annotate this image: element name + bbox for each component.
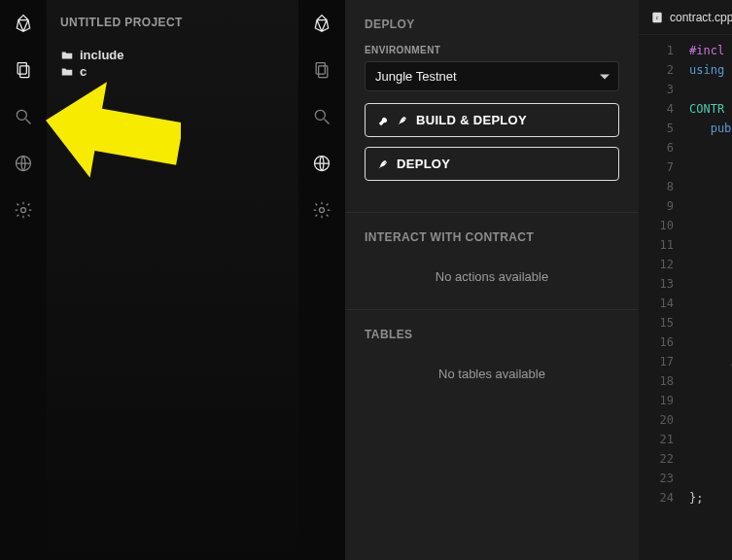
wrench-icon <box>377 114 391 127</box>
environment-select[interactable]: Jungle Testnet <box>365 61 619 91</box>
svg-point-9 <box>315 110 325 120</box>
build-deploy-label: BUILD & DEPLOY <box>416 113 527 127</box>
svg-point-5 <box>21 208 26 213</box>
search-icon[interactable] <box>0 93 47 140</box>
editor-tab-bar: c contract.cpp <box>639 0 732 35</box>
cpp-file-icon: c <box>650 11 664 24</box>
svg-rect-7 <box>316 63 325 75</box>
interact-empty-message: No actions available <box>365 258 619 288</box>
file-name: include <box>80 48 124 62</box>
svg-line-3 <box>26 120 31 124</box>
folder-icon <box>60 49 74 62</box>
gear-icon[interactable] <box>0 187 47 233</box>
build-deploy-button[interactable]: BUILD & DEPLOY <box>365 103 619 137</box>
folder-icon <box>60 65 74 79</box>
file-row[interactable]: c <box>60 63 285 80</box>
code-editor: c contract.cpp 1234567891011121314151617… <box>639 0 732 560</box>
deploy-button[interactable]: DEPLOY <box>365 147 619 181</box>
deploy-title: DEPLOY <box>365 18 619 31</box>
globe-icon[interactable] <box>298 140 345 187</box>
rocket-icon <box>397 114 410 127</box>
editor-tab[interactable]: c contract.cpp <box>639 0 732 34</box>
interact-title: INTERACT WITH CONTRACT <box>365 230 619 244</box>
code-content[interactable]: #inclusing CONTR pub u s } u A }}; <box>681 35 732 560</box>
file-explorer: UNTITLED PROJECT include c <box>47 0 298 560</box>
eos-logo-icon <box>298 0 345 47</box>
tab-filename: contract.cpp <box>670 11 732 24</box>
file-name: c <box>80 64 87 79</box>
files-icon[interactable] <box>0 47 47 93</box>
search-icon[interactable] <box>298 93 345 140</box>
rocket-icon <box>377 158 391 171</box>
right-activity-bar <box>298 0 345 560</box>
deploy-panel: DEPLOY ENVIRONMENT Jungle Testnet BUILD … <box>345 0 639 560</box>
deploy-label: DEPLOY <box>397 157 450 171</box>
left-activity-bar <box>0 0 47 560</box>
svg-rect-0 <box>17 63 26 75</box>
svg-rect-1 <box>20 66 29 78</box>
svg-rect-8 <box>319 66 328 78</box>
line-number-gutter: 123456789101112131415161718192021222324 <box>639 35 681 560</box>
project-title: UNTITLED PROJECT <box>60 16 285 29</box>
svg-point-2 <box>17 110 26 120</box>
files-icon[interactable] <box>298 47 345 93</box>
tables-title: TABLES <box>365 328 619 341</box>
environment-label: ENVIRONMENT <box>365 45 619 55</box>
eos-logo-icon <box>0 0 47 47</box>
gear-icon[interactable] <box>298 187 345 233</box>
file-row[interactable]: include <box>60 47 285 63</box>
tables-empty-message: No tables available <box>365 355 619 385</box>
globe-icon[interactable] <box>0 140 47 187</box>
svg-point-12 <box>320 208 325 213</box>
svg-text:c: c <box>655 15 658 20</box>
svg-line-10 <box>325 120 330 124</box>
